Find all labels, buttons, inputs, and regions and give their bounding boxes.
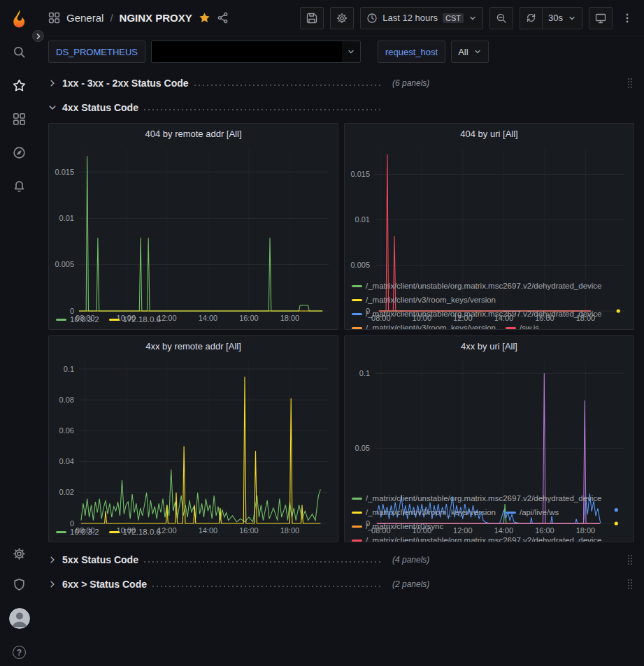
grafana-logo[interactable] [9,8,30,29]
panel-4xx-by-uri: 4xx by uri [All] 00.050.108:0010:0012:00… [344,335,634,542]
row-toggle[interactable]: 5xx Status Code [48,554,382,565]
kebab-menu-icon [622,13,633,24]
legend-item[interactable]: 172.18.0.6 [109,526,161,537]
legend-item[interactable]: /_matrix/client/r0/sync [352,521,443,532]
datasource-select[interactable] [151,41,361,63]
row-drag-handle[interactable] [627,78,634,89]
row-title: 6xx > Status Code [62,579,147,590]
dashboard-row-1xx-3xx-2xx: 1xx - 3xx - 2xx Status Code (6 panels) [48,74,634,92]
clock-icon [366,13,378,24]
dashboards-icon[interactable] [13,112,27,126]
legend-series-label: /_matrix/client/unstable/org.matrix.msc2… [366,493,602,504]
legend-item[interactable]: /_matrix/client/unstable/org.matrix.msc2… [352,493,602,504]
legend-item[interactable]: /_matrix/client/unstable/org.matrix.msc2… [352,280,602,291]
legend-series-label: /_matrix/client/v3/room_keys/version [366,294,496,305]
dashboard-settings-button[interactable] [330,7,354,29]
refresh-interval-dropdown[interactable]: 30s [542,7,582,29]
legend-series-color [352,285,362,287]
legend-series-color [352,327,362,329]
starred-icon[interactable] [13,78,27,92]
svg-text:0.01: 0.01 [355,215,370,224]
sidebar: ? [0,0,38,666]
legend-item[interactable]: 10.0.3.2 [56,314,99,325]
panel-title[interactable]: 404 by uri [All] [345,124,634,143]
help-icon[interactable]: ? [13,646,26,659]
legend-series-label: 10.0.3.2 [70,314,99,325]
timezone-badge: CST [443,13,464,23]
dashboard-row-6xx: 6xx > Status Code (2 panels) [48,575,634,593]
drag-dots-icon [627,579,633,590]
refresh-button[interactable] [520,7,543,29]
refresh-interval-label: 30s [548,13,563,23]
row-toggle[interactable]: 6xx > Status Code [48,579,382,590]
legend-series-color [506,512,516,514]
variable-label-request-host[interactable]: request_host [378,41,445,63]
panel-title-text: 404 by remote addr [All] [145,129,241,139]
panel-title-text: 4xx by remote addr [All] [145,341,241,352]
main-area: General / NGINX PROXY [38,0,644,666]
legend-item[interactable]: /_matrix/client/v3/room_keys/version [352,294,496,305]
variable-label-ds-prometheus[interactable]: DS_PROMETHEUS [48,41,145,63]
time-series-chart[interactable]: 00.050.108:0010:0012:0014:0016:0018:00 [348,356,630,491]
svg-text:0.1: 0.1 [64,365,74,373]
row-dots [144,561,382,563]
legend-item[interactable]: /_matrix/client/unstable/org.matrix.msc2… [352,535,602,542]
save-dashboard-button[interactable] [300,7,324,29]
panel-title[interactable]: 4xx by remote addr [All] [49,336,338,356]
time-series-chart[interactable]: 00.0050.010.01508:0010:0012:0014:0016:00… [52,143,334,312]
legend-item[interactable]: /sw.js [506,322,539,329]
sidebar-expand-button[interactable] [32,30,44,42]
admin-shield-icon[interactable] [13,577,27,591]
save-icon [306,13,317,24]
favorite-star-icon[interactable] [199,12,210,24]
row-toggle[interactable]: 4xx Status Code [48,102,382,113]
legend-item[interactable]: /_matrix/client/v3/room_keys/version [352,322,496,329]
legend-item[interactable]: /_matrix/client/v3/room_keys/version [352,507,496,518]
legend-series-label: 172.18.0.6 [123,314,161,325]
time-range-picker[interactable]: Last 12 hours CST [360,7,483,29]
apps-grid-icon[interactable] [48,12,60,24]
svg-text:0.015: 0.015 [350,170,370,178]
row-drag-handle[interactable] [627,579,634,590]
panel-404-by-remote-addr: 404 by remote addr [All] 00.0050.010.015… [48,123,338,330]
dashboard-title[interactable]: NGINX PROXY [120,12,192,24]
more-options-button[interactable] [619,7,636,29]
request-host-value: All [458,47,468,57]
legend-item[interactable]: 10.0.3.2 [56,526,99,537]
tv-mode-button[interactable] [589,7,613,29]
legend-series-label: /_matrix/client/unstable/org.matrix.msc2… [366,535,602,542]
time-series-chart[interactable]: 00.0050.010.01508:0010:0012:0014:0016:00… [348,143,630,279]
legend-item[interactable]: /api/live/ws [506,507,559,518]
row-dots [152,586,382,587]
legend-item[interactable]: /_matrix/client/unstable/org.matrix.msc2… [352,308,602,319]
explore-compass-icon[interactable] [13,145,27,159]
zoom-out-button[interactable] [489,7,513,29]
panel-title-text: 4xx by uri [All] [461,341,517,352]
chevron-down-icon [342,48,360,56]
alerting-bell-icon[interactable] [13,179,27,193]
panel-count: (4 panels) [392,555,429,565]
grafana-app: ? General / NGINX PROXY [0,0,644,666]
row-toggle[interactable]: 1xx - 3xx - 2xx Status Code [48,78,382,89]
request-host-select[interactable]: All [451,41,488,63]
chevron-down-icon [48,103,57,112]
time-series-chart[interactable]: 00.020.040.060.080.108:0010:0012:0014:00… [52,356,334,525]
row-drag-handle[interactable] [627,554,634,565]
configuration-gear-icon[interactable] [13,546,27,560]
panel-count: (6 panels) [392,78,429,88]
share-icon[interactable] [217,12,229,24]
svg-text:0.005: 0.005 [350,261,370,269]
navbar: General / NGINX PROXY [38,0,644,36]
breadcrumb-section[interactable]: General [66,12,103,24]
legend-item[interactable]: 172.18.0.6 [109,314,161,325]
legend-series-color [352,498,362,500]
dashboard-variables: DS_PROMETHEUS request_host All [38,36,644,67]
panel-title[interactable]: 404 by remote addr [All] [49,124,338,143]
search-icon[interactable] [13,45,27,59]
dashboard-row-4xx: 4xx Status Code [48,99,634,117]
breadcrumb: General / NGINX PROXY [48,12,294,24]
legend-series-label: /_matrix/client/unstable/org.matrix.msc2… [366,280,602,291]
user-avatar[interactable] [9,608,30,629]
legend-series-color [56,531,66,533]
panel-title[interactable]: 4xx by uri [All] [345,336,634,356]
